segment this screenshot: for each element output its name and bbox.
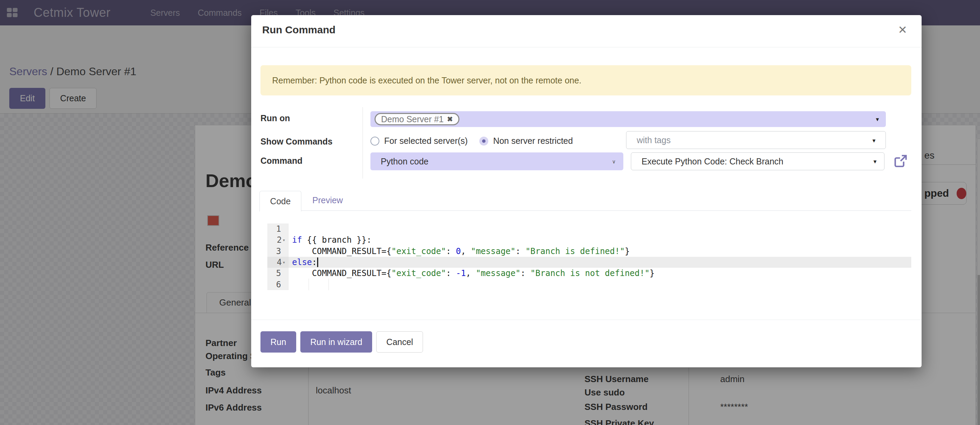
command-caret-icon[interactable]: ▼ <box>872 159 878 165</box>
external-link-icon[interactable] <box>893 154 908 168</box>
code-line-6[interactable]: 6 <box>267 279 911 290</box>
run-command-modal: Run Command ✕ Remember: Python code is e… <box>251 15 921 367</box>
code-line-3[interactable]: 3 COMMAND_RESULT={"exit_code": 0, "messa… <box>267 246 911 257</box>
line-number[interactable]: 4▾ <box>267 257 289 268</box>
token-pl: } <box>649 268 654 278</box>
command-type-select[interactable]: Python code <box>371 152 623 170</box>
run-on-caret-icon[interactable]: ▼ <box>875 116 880 122</box>
token-str: "exit_code" <box>391 268 446 278</box>
code-line-1[interactable]: 1 <box>267 224 911 235</box>
code-editor[interactable]: 12▾if {{ branch }}:3 COMMAND_RESULT={"ex… <box>267 224 911 290</box>
run-button[interactable]: Run <box>261 331 296 352</box>
command-select[interactable]: Execute Python Code: Check Branch <box>631 152 885 170</box>
token-str: "Branch is not defined!" <box>531 268 650 278</box>
run-on-label: Run on <box>261 113 290 123</box>
token-kw: if <box>292 235 302 245</box>
close-icon[interactable]: ✕ <box>898 23 907 36</box>
line-number[interactable]: 6 <box>267 279 289 290</box>
token-pl: : <box>520 268 531 278</box>
token-str: "Branch is defined!" <box>525 246 625 256</box>
radio-selected-servers-label[interactable]: For selected server(s) <box>384 136 468 146</box>
token-pl: } <box>625 246 630 256</box>
footer-divider <box>251 320 921 320</box>
code-text[interactable]: COMMAND_RESULT={"exit_code": 0, "message… <box>289 246 911 257</box>
line-number[interactable]: 3 <box>267 246 289 257</box>
fold-arrow-icon[interactable]: ▾ <box>282 237 287 243</box>
show-commands-label: Show Commands <box>261 136 332 147</box>
token-pl: COMMAND_RESULT={ <box>292 246 391 256</box>
indent-guide <box>309 279 309 290</box>
token-pl: {{ branch }}: <box>302 235 371 245</box>
code-text[interactable]: if {{ branch }}: <box>289 235 911 246</box>
tag-remove-icon[interactable]: ✖ <box>447 115 453 123</box>
with-tags-caret-icon[interactable]: ▼ <box>872 138 877 143</box>
modal-footer: Run Run in wizard Cancel <box>261 331 423 352</box>
command-label: Command <box>261 156 302 166</box>
token-str: "exit_code" <box>391 246 446 256</box>
modal-title: Run Command <box>262 24 336 36</box>
token-pl: : <box>312 257 317 267</box>
radio-selected-servers[interactable] <box>371 136 379 146</box>
line-number[interactable]: 5 <box>267 268 289 279</box>
code-text[interactable]: else: <box>289 257 911 268</box>
show-commands-radios: For selected server(s) Non server restri… <box>371 136 573 146</box>
command-type-caret-icon[interactable]: ∨ <box>612 159 616 165</box>
token-pl: : <box>515 246 525 256</box>
token-pl: , <box>466 268 476 278</box>
code-line-2[interactable]: 2▾if {{ branch }}: <box>267 235 911 246</box>
text-cursor <box>317 257 318 267</box>
radio-non-restricted[interactable] <box>479 136 488 146</box>
server-tag: Demo Server #1✖ <box>375 113 460 125</box>
modal-header: Run Command ✕ <box>251 15 921 48</box>
with-tags-select[interactable]: with tags <box>626 131 886 149</box>
run-on-field[interactable]: Demo Server #1✖ <box>371 111 886 127</box>
warning-banner: Remember: Python code is executed on the… <box>261 65 911 95</box>
fold-arrow-icon[interactable]: ▾ <box>282 260 287 265</box>
code-line-4[interactable]: 4▾else: <box>267 257 911 268</box>
cancel-button[interactable]: Cancel <box>376 331 423 352</box>
token-num: -1 <box>456 268 466 278</box>
code-line-5[interactable]: 5 COMMAND_RESULT={"exit_code": -1, "mess… <box>267 268 911 279</box>
token-str: "message" <box>476 268 520 278</box>
code-text[interactable] <box>289 279 911 290</box>
indent-guide <box>328 279 329 290</box>
line-number[interactable]: 2▾ <box>267 235 289 246</box>
token-num: 0 <box>456 246 461 256</box>
token-str: "message" <box>471 246 515 256</box>
code-text[interactable] <box>289 224 911 235</box>
run-in-wizard-button[interactable]: Run in wizard <box>300 331 372 352</box>
token-pl: : <box>446 246 456 256</box>
code-text[interactable]: COMMAND_RESULT={"exit_code": -1, "messag… <box>289 268 911 279</box>
token-pl: : <box>446 268 456 278</box>
token-kw: else <box>292 257 312 267</box>
label-field-separator <box>363 107 363 179</box>
token-pl: COMMAND_RESULT={ <box>292 268 391 278</box>
tab-code[interactable]: Code <box>259 191 301 211</box>
line-number[interactable]: 1 <box>267 224 289 235</box>
screen: Cetmix Tower ServersCommandsFilesToolsSe… <box>0 0 980 425</box>
radio-non-restricted-label[interactable]: Non server restricted <box>493 136 573 146</box>
token-pl: , <box>461 246 471 256</box>
tab-preview[interactable]: Preview <box>312 195 343 205</box>
